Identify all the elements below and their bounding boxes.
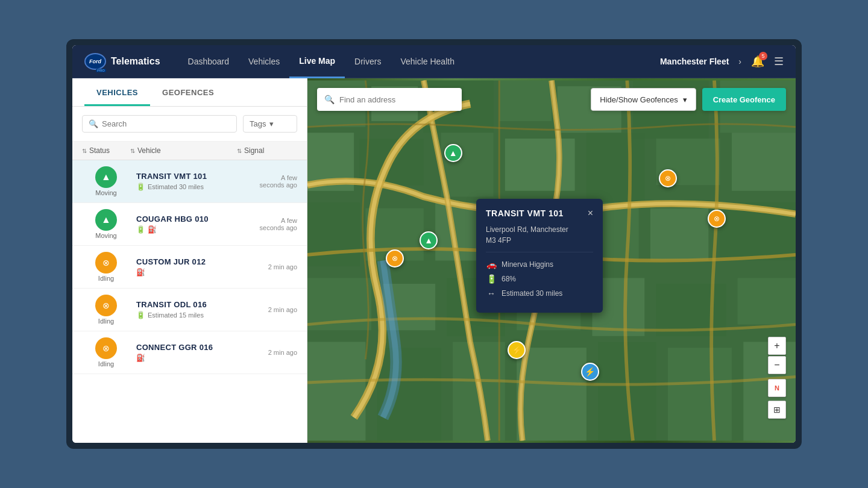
idling-icon: ⊗ bbox=[95, 252, 117, 274]
vehicle-status-col: ▲ Moving bbox=[82, 166, 130, 196]
sort-icon-status: ⇅ bbox=[82, 148, 87, 154]
map-marker-idling[interactable]: ⊗ bbox=[386, 249, 404, 267]
address-search-input[interactable] bbox=[339, 95, 448, 104]
map-area[interactable]: 🔍 Hide/Show Geofences ▾ Create Geofence … bbox=[307, 78, 796, 443]
nav-dashboard[interactable]: Dashboard bbox=[178, 45, 239, 78]
popup-title: TRANSIT VMT 101 bbox=[486, 208, 564, 218]
vehicle-row[interactable]: ⊗ Idling CUSTOM JUR 012 ⛽ 2 min ago bbox=[72, 246, 307, 289]
nav-vehicles[interactable]: Vehicles bbox=[239, 45, 289, 78]
svg-rect-10 bbox=[441, 133, 494, 196]
sort-icon-vehicle: ⇅ bbox=[130, 148, 135, 154]
battery-icon: 🔋 bbox=[136, 311, 145, 319]
signal-col: A fewseconds ago bbox=[237, 217, 297, 231]
popup-address-line1: Liverpool Rd, Manchester bbox=[486, 225, 568, 234]
col-header-signal[interactable]: ⇅ Signal bbox=[237, 146, 297, 155]
vehicle-status-col: ⊗ Idling bbox=[82, 295, 130, 325]
chevron-right-icon[interactable]: › bbox=[738, 57, 741, 66]
search-icon: 🔍 bbox=[89, 119, 98, 128]
signal-col: 2 min ago bbox=[237, 349, 297, 356]
tab-geofences[interactable]: GEOFENCES bbox=[150, 78, 226, 106]
vehicle-name: CONNECT GGR 016 bbox=[136, 343, 237, 352]
col-header-vehicle[interactable]: ⇅ Vehicle bbox=[130, 146, 237, 155]
map-marker-charging[interactable]: ⚡ bbox=[581, 363, 599, 381]
popup-driver-row: 🚗 Minerva Higgins bbox=[486, 260, 593, 269]
search-input-wrap: 🔍 bbox=[82, 115, 237, 133]
nav-drivers[interactable]: Drivers bbox=[345, 45, 391, 78]
charging-yellow-marker-icon: ⚡ bbox=[508, 341, 526, 359]
vehicle-row[interactable]: ⊗ Idling TRANSIT ODL 016 🔋 Estimated 15 … bbox=[72, 289, 307, 331]
vehicle-info-col: CUSTOM JUR 012 ⛽ bbox=[130, 257, 237, 277]
idling-icon: ⊗ bbox=[95, 295, 117, 316]
vehicle-row[interactable]: ▲ Moving TRANSIT VMT 101 🔋 Estimated 30 … bbox=[72, 160, 307, 203]
popup-address: Liverpool Rd, Manchester M3 4FP bbox=[486, 224, 593, 252]
geofence-toggle-button[interactable]: Hide/Show Geofences ▾ bbox=[591, 88, 696, 111]
nav-vehicle-health[interactable]: Vehicle Health bbox=[391, 45, 464, 78]
fuel-icon: ⛽ bbox=[136, 354, 145, 362]
map-marker-idling[interactable]: ⊗ bbox=[659, 169, 677, 187]
compass-button[interactable]: N bbox=[768, 379, 786, 397]
tags-select[interactable]: Tags ▾ bbox=[243, 115, 297, 133]
notification-bell[interactable]: 🔔 5 bbox=[751, 55, 764, 68]
vehicle-detail: 🔋 ⛽ bbox=[136, 225, 237, 234]
sidebar-tabs: VEHICLES GEOFENCES bbox=[72, 78, 307, 107]
vehicle-info-col: TRANSIT ODL 016 🔋 Estimated 15 miles bbox=[130, 300, 237, 319]
charging-marker-icon: ⚡ bbox=[581, 363, 599, 381]
signal-col: 2 min ago bbox=[237, 263, 297, 271]
logo-area: Ford Telematics bbox=[84, 53, 160, 70]
map-marker-moving[interactable]: ▲ bbox=[420, 231, 438, 249]
vehicle-info-col: COUGAR HBG 010 🔋 ⛽ bbox=[130, 214, 237, 234]
vehicle-name: TRANSIT VMT 101 bbox=[136, 172, 237, 181]
tags-chevron-icon: ▾ bbox=[269, 119, 274, 128]
svg-rect-15 bbox=[307, 202, 360, 266]
create-geofence-button[interactable]: Create Geofence bbox=[702, 88, 786, 111]
vehicle-row[interactable]: ▲ Moving COUGAR HBG 010 🔋 ⛽ A fewseconds… bbox=[72, 203, 307, 246]
vehicle-name: TRANSIT ODL 016 bbox=[136, 300, 237, 309]
screen: Ford Telematics Dashboard Vehicles Live … bbox=[72, 45, 796, 443]
nav-live-map[interactable]: Live Map bbox=[289, 45, 345, 78]
vehicle-row[interactable]: ⊗ Idling CONNECT GGR 016 ⛽ 2 min ago bbox=[72, 331, 307, 374]
idling-marker-icon: ⊗ bbox=[708, 210, 726, 228]
notification-badge: 5 bbox=[759, 52, 767, 60]
vehicle-info-col: TRANSIT VMT 101 🔋 Estimated 30 miles bbox=[130, 172, 237, 191]
vehicle-name: COUGAR HBG 010 bbox=[136, 214, 237, 224]
chevron-down-icon: ▾ bbox=[683, 95, 687, 104]
map-search-icon: 🔍 bbox=[324, 95, 335, 104]
moving-marker-icon: ▲ bbox=[444, 144, 462, 162]
vehicle-name: CUSTOM JUR 012 bbox=[136, 257, 237, 266]
vehicle-range: Estimated 15 miles bbox=[148, 311, 204, 319]
table-header: ⇅ Status ⇅ Vehicle ⇅ Signal bbox=[72, 142, 307, 160]
zoom-in-button[interactable]: + bbox=[768, 337, 786, 355]
vehicle-range: Estimated 30 miles bbox=[148, 183, 204, 190]
tab-vehicles[interactable]: VEHICLES bbox=[84, 78, 150, 106]
svg-rect-11 bbox=[505, 139, 575, 191]
map-controls: + − N ⊞ bbox=[768, 337, 786, 419]
address-search-box: 🔍 bbox=[317, 88, 462, 111]
col-header-status[interactable]: ⇅ Status bbox=[82, 146, 130, 155]
search-input[interactable] bbox=[102, 119, 230, 128]
vehicle-detail: 🔋 Estimated 30 miles bbox=[136, 183, 237, 191]
svg-rect-12 bbox=[587, 133, 644, 202]
svg-rect-29 bbox=[307, 342, 365, 441]
popup-driver: Minerva Higgins bbox=[502, 260, 553, 269]
status-label: Moving bbox=[95, 189, 116, 196]
moving-marker-icon: ▲ bbox=[420, 231, 438, 249]
sidebar-search-row: 🔍 Tags ▾ bbox=[72, 107, 307, 142]
map-marker-idling[interactable]: ⊗ bbox=[708, 210, 726, 228]
idling-icon: ⊗ bbox=[95, 337, 117, 359]
layers-button[interactable]: ⊞ bbox=[768, 401, 786, 419]
popup-close-button[interactable]: × bbox=[588, 208, 593, 218]
zoom-out-button[interactable]: − bbox=[768, 356, 786, 374]
hamburger-icon[interactable]: ☰ bbox=[774, 55, 784, 68]
vehicle-status-col: ⊗ Idling bbox=[82, 337, 130, 368]
map-marker-moving[interactable]: ▲ bbox=[444, 144, 462, 162]
popup-range-row: ↔ Estimated 30 miles bbox=[486, 289, 593, 298]
status-label: Idling bbox=[98, 360, 114, 368]
geofence-toggle-label: Hide/Show Geofences bbox=[600, 95, 678, 104]
vehicle-detail: 🔋 Estimated 15 miles bbox=[136, 311, 237, 319]
svg-rect-14 bbox=[732, 133, 796, 190]
vehicle-status-col: ▲ Moving bbox=[82, 209, 130, 239]
idling-marker-icon: ⊗ bbox=[386, 249, 404, 267]
map-marker-charging-yellow[interactable]: ⚡ bbox=[508, 341, 526, 359]
monitor-frame: Ford Telematics Dashboard Vehicles Live … bbox=[66, 39, 802, 449]
ford-logo-icon: Ford bbox=[84, 53, 106, 70]
